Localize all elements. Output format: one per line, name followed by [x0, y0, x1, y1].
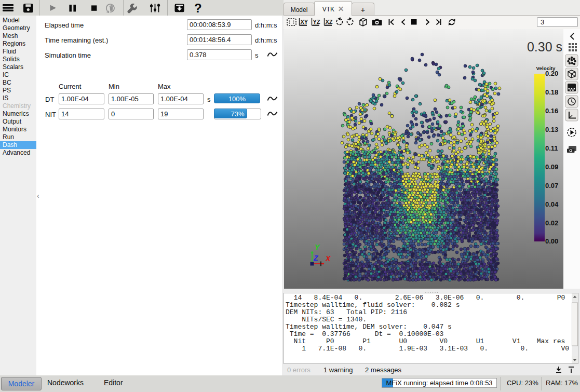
svg-text:0.13: 0.13 — [545, 126, 558, 133]
svg-text:0.04: 0.04 — [545, 200, 559, 208]
svg-text:0.11: 0.11 — [545, 144, 558, 152]
svg-text:XZ: XZ — [326, 19, 333, 25]
svg-text:0.20: 0.20 — [545, 70, 558, 77]
svg-text:Z: Z — [313, 254, 318, 262]
svg-text:0.00: 0.00 — [545, 237, 558, 245]
svg-text:Y: Y — [315, 243, 320, 251]
svg-text:0.09: 0.09 — [545, 163, 558, 171]
svg-text:YZ: YZ — [313, 19, 320, 25]
svg-text:?: ? — [194, 1, 202, 15]
svg-text:XY: XY — [301, 19, 308, 25]
svg-text:X: X — [325, 254, 331, 263]
svg-text:0.30 s: 0.30 s — [527, 39, 562, 54]
svg-text:0.07: 0.07 — [545, 182, 558, 190]
svg-text:0.16: 0.16 — [545, 107, 558, 115]
svg-text:0.02: 0.02 — [545, 219, 558, 227]
svg-text:0.18: 0.18 — [545, 88, 558, 96]
